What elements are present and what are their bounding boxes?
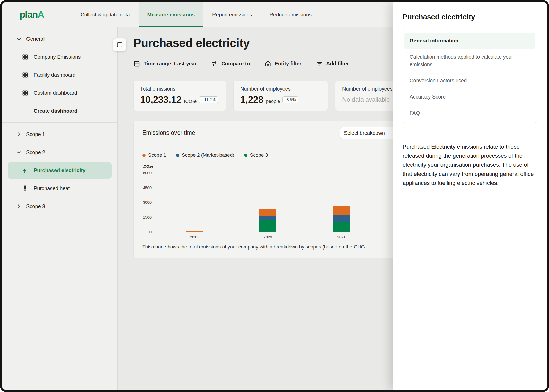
card-value: 10,233.12 [140, 94, 181, 105]
chevron-down-icon [16, 150, 22, 155]
collapse-sidebar-button[interactable] [113, 38, 126, 51]
drawer-body-text: Purchased Electricity emissions relate t… [403, 142, 536, 188]
sidebar-section-scope-1[interactable]: Scope 1 [2, 125, 117, 143]
plana-logo[interactable]: planA [20, 9, 44, 20]
logo-text-plan: plan [20, 9, 38, 20]
employees-card: Number of employees 1,228 people -3.5% [233, 81, 328, 111]
thermometer-icon [22, 185, 29, 192]
sidebar-divider [2, 122, 117, 123]
sidebar: General Company Emissions Facility dashb… [2, 27, 118, 390]
menu-item-general-information[interactable]: General information [404, 33, 535, 49]
legend-dot-icon [176, 154, 179, 157]
legend-dot-icon [142, 154, 146, 157]
menu-item-conversion-factors[interactable]: Conversion Factors used [404, 73, 535, 89]
nav-reduce-emissions[interactable]: Reduce emissions [261, 2, 320, 27]
dashboard-grid-icon [22, 72, 29, 78]
nav-measure-emissions[interactable]: Measure emissions [139, 2, 204, 27]
card-unit: tCO₂e [184, 99, 197, 104]
add-filter-button[interactable]: Add filter [316, 60, 349, 67]
card-value: 1,228 [240, 94, 263, 105]
plus-icon [22, 108, 29, 114]
total-emissions-card: Total emissions 10,233.12 tCO₂e +11.2% [133, 81, 226, 111]
x-axis-tick-label: 2021 [337, 235, 346, 239]
menu-item-accuracy-score[interactable]: Accuracy Score [404, 89, 535, 105]
compare-to-button[interactable]: Compare to [211, 60, 250, 67]
sidebar-section-label: General [26, 36, 45, 42]
compare-arrows-icon [211, 60, 218, 67]
card-label: Number of employees [240, 86, 321, 92]
nav-report-emissions[interactable]: Report emissions [203, 2, 261, 27]
bar-segment-scope-3[interactable] [259, 220, 276, 232]
sidebar-item-label: Custom dashboard [34, 90, 77, 96]
x-axis-tick-label: 2020 [263, 235, 272, 239]
info-drawer: Purchased electricity General informatio… [393, 2, 547, 390]
time-range-filter-button[interactable]: Time range: Last year [133, 60, 197, 67]
time-range-label: Time range: Last year [144, 61, 197, 67]
y-axis-tick-label: 4500 [140, 185, 152, 190]
main-nav: Collect & update data Measure emissions … [72, 2, 320, 27]
bar-segment-scope-2-market-based[interactable] [333, 215, 350, 222]
bar-segment-scope-2-market-based[interactable] [259, 216, 276, 220]
bar-segment-scope-1[interactable] [186, 231, 203, 232]
sidebar-item-label: Facility dashboard [34, 72, 75, 78]
menu-item-faq[interactable]: FAQ [404, 105, 535, 121]
card-label: Total emissions [140, 86, 219, 92]
app-window: planA Collect & update data Measure emis… [0, 0, 549, 392]
sidebar-item-label: Create dashboard [34, 108, 77, 114]
sidebar-item-purchased-heat[interactable]: Purchased heat [2, 179, 117, 197]
sidebar-section-label: Scope 1 [26, 131, 45, 137]
chevron-right-icon [16, 204, 22, 209]
menu-item-calculation-methods[interactable]: Calculation methods applied to calculate… [404, 49, 535, 73]
sidebar-item-custom-dashboard[interactable]: Custom dashboard [2, 84, 117, 102]
dashboard-grid-icon [22, 54, 29, 60]
entity-filter-label: Entity filter [275, 61, 302, 67]
sidebar-section-label: Scope 3 [26, 203, 45, 209]
legend-item-scope-3: Scope 3 [244, 152, 268, 158]
y-axis-tick-label: 1500 [140, 215, 152, 219]
sidebar-item-label: Company Emissions [34, 54, 81, 60]
calendar-icon [133, 60, 140, 67]
y-axis-tick-label: 3000 [140, 200, 152, 204]
drawer-title: Purchased electricity [403, 13, 537, 21]
filter-lines-icon [316, 60, 323, 67]
compare-to-label: Compare to [221, 61, 250, 67]
drawer-menu: General information Calculation methods … [403, 31, 537, 123]
create-dashboard-button[interactable]: Create dashboard [2, 102, 117, 120]
select-breakdown-dropdown[interactable]: Select breakdown [340, 127, 402, 139]
logo-text-a: A [38, 9, 44, 20]
legend-label: Scope 2 (Market-based) [182, 152, 234, 158]
sidebar-item-company-emissions[interactable]: Company Emissions [2, 48, 117, 66]
dashboard-grid-icon [22, 90, 29, 96]
sidebar-section-scope-2[interactable]: Scope 2 [2, 143, 117, 161]
add-filter-label: Add filter [326, 61, 349, 67]
entity-filter-button[interactable]: Entity filter [264, 60, 302, 67]
bar-segment-scope-1[interactable] [333, 206, 350, 215]
bar-segment-scope-3[interactable] [333, 222, 350, 232]
bar-segment-scope-1[interactable] [259, 209, 276, 216]
trend-badge: +11.2% [199, 96, 218, 103]
trend-badge: -3.5% [282, 96, 298, 103]
card-unit: people [266, 99, 280, 104]
lightning-bolt-icon [22, 167, 29, 174]
nav-collect-update-data[interactable]: Collect & update data [72, 2, 138, 27]
sidebar-item-label: Purchased electricity [34, 167, 85, 173]
sidebar-item-label: Purchased heat [34, 185, 70, 191]
select-breakdown-label: Select breakdown [344, 130, 385, 136]
y-axis-tick-label: 6000 [140, 171, 152, 175]
building-icon [264, 60, 271, 67]
legend-item-scope-2-market-based: Scope 2 (Market-based) [176, 152, 234, 158]
legend-label: Scope 1 [148, 152, 166, 158]
chart-title: Emissions over time [142, 129, 195, 136]
chevron-down-icon [16, 36, 22, 42]
sidebar-item-facility-dashboard[interactable]: Facility dashboard [2, 66, 117, 84]
sidebar-item-purchased-electricity[interactable]: Purchased electricity [8, 162, 112, 179]
sidebar-section-scope-3[interactable]: Scope 3 [2, 197, 117, 215]
chevron-right-icon [16, 132, 22, 137]
sidebar-section-label: Scope 2 [26, 149, 45, 155]
y-axis-tick-label: 0 [140, 230, 152, 234]
legend-dot-icon [244, 154, 247, 157]
legend-label: Scope 3 [250, 152, 268, 158]
sidebar-panel-icon [116, 41, 123, 48]
sidebar-section-general[interactable]: General [2, 30, 117, 48]
legend-item-scope-1: Scope 1 [142, 152, 166, 158]
